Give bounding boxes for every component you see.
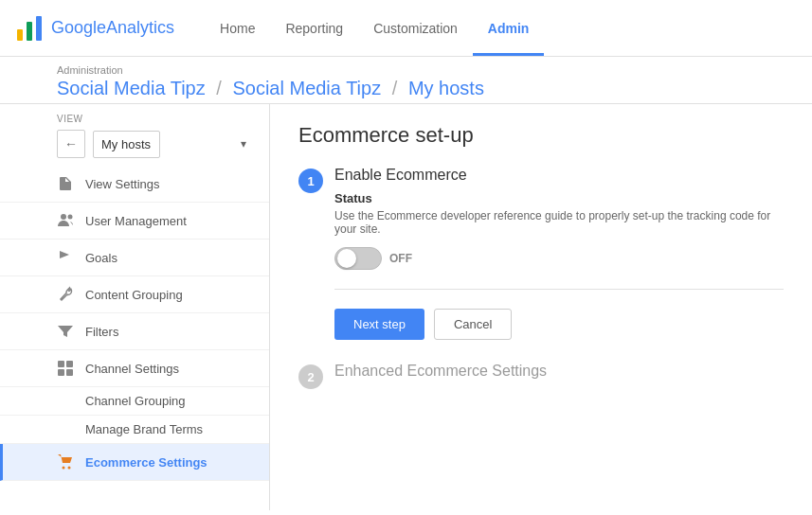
sidebar-label-ecommerce-settings: Ecommerce Settings <box>85 455 208 470</box>
toggle-container: OFF <box>334 247 784 270</box>
view-select-wrapper: ← My hosts <box>0 130 269 166</box>
sidebar-label-channel-settings: Channel Settings <box>85 362 179 376</box>
next-step-button[interactable]: Next step <box>334 309 424 340</box>
logo-area: GoogleAnalytics <box>15 14 174 43</box>
page-title: Ecommerce set-up <box>298 123 784 148</box>
sidebar-item-user-management[interactable]: User Management <box>0 203 269 240</box>
back-button[interactable]: ← <box>57 130 85 158</box>
view-select[interactable]: My hosts <box>93 131 160 158</box>
sidebar-label-filters: Filters <box>85 325 118 339</box>
svg-rect-8 <box>66 369 73 376</box>
cancel-button[interactable]: Cancel <box>434 309 512 340</box>
header: GoogleAnalytics Home Reporting Customiza… <box>0 0 812 57</box>
breadcrumb-area: Administration Social Media Tipz / Socia… <box>0 57 812 104</box>
nav-home[interactable]: Home <box>205 0 270 56</box>
wrench-icon <box>57 286 74 303</box>
sidebar-item-content-grouping[interactable]: Content Grouping <box>0 276 269 313</box>
sidebar-item-view-settings[interactable]: View Settings <box>0 166 269 203</box>
cart-icon <box>57 453 74 471</box>
svg-rect-1 <box>27 22 32 41</box>
breadcrumb-separator-2: / <box>392 78 398 98</box>
view-label: VIEW <box>0 104 269 130</box>
sidebar-item-ecommerce-settings[interactable]: Ecommerce Settings <box>0 444 269 481</box>
sidebar-subitem-manage-brand-terms[interactable]: Manage Brand Terms <box>0 416 269 444</box>
sidebar-item-goals[interactable]: Goals <box>0 240 269 276</box>
breadcrumb-link-2[interactable]: Social Media Tipz <box>232 78 381 98</box>
breadcrumb-top-label: Administration <box>57 64 755 76</box>
breadcrumb-current: My hosts <box>408 78 484 98</box>
svg-point-3 <box>61 214 66 220</box>
sidebar-label-user-management: User Management <box>85 214 187 228</box>
step-divider <box>334 289 784 290</box>
flag-icon <box>57 249 74 266</box>
step-1-number: 1 <box>298 169 323 193</box>
step-1-description: Use the Ecommerce developer reference gu… <box>334 209 784 236</box>
sidebar: VIEW ← My hosts View Settings User M <box>0 104 270 510</box>
sidebar-subitem-channel-grouping[interactable]: Channel Grouping <box>0 387 269 416</box>
sidebar-label-content-grouping: Content Grouping <box>85 288 183 302</box>
toggle-label: OFF <box>389 252 412 265</box>
ecommerce-toggle[interactable] <box>334 247 382 270</box>
step-2-title: Enhanced Ecommerce Settings <box>334 363 784 380</box>
step-1-content: Enable Ecommerce Status Use the Ecommerc… <box>334 167 784 340</box>
main-nav: Home Reporting Customization Admin <box>205 0 797 56</box>
view-select-container: My hosts <box>93 131 254 158</box>
main-layout: VIEW ← My hosts View Settings User M <box>0 104 812 510</box>
nav-reporting[interactable]: Reporting <box>270 0 358 56</box>
sidebar-label-view-settings: View Settings <box>85 177 160 191</box>
svg-point-9 <box>63 467 65 470</box>
sidebar-item-filters[interactable]: Filters <box>0 313 269 350</box>
step-1-title: Enable Ecommerce <box>334 167 784 184</box>
sidebar-item-channel-settings[interactable]: Channel Settings <box>0 350 269 387</box>
grid-icon <box>57 360 74 377</box>
step-2-content: Enhanced Ecommerce Settings <box>334 363 784 389</box>
status-label: Status <box>334 191 784 205</box>
breadcrumb-path: Social Media Tipz / Social Media Tipz / … <box>57 78 755 99</box>
svg-point-4 <box>68 215 73 220</box>
step-2-number: 2 <box>298 364 323 389</box>
svg-rect-2 <box>36 16 42 41</box>
nav-admin[interactable]: Admin <box>473 0 545 56</box>
svg-rect-5 <box>58 361 64 367</box>
google-analytics-logo <box>15 14 44 43</box>
breadcrumb-link-1[interactable]: Social Media Tipz <box>57 78 206 98</box>
users-icon <box>57 212 74 229</box>
step-2: 2 Enhanced Ecommerce Settings <box>298 363 784 389</box>
file-icon <box>57 175 74 192</box>
svg-rect-6 <box>66 361 73 367</box>
breadcrumb-separator-1: / <box>216 78 222 98</box>
content-area: Ecommerce set-up 1 Enable Ecommerce Stat… <box>270 104 812 510</box>
sidebar-label-goals: Goals <box>85 251 117 265</box>
step-1: 1 Enable Ecommerce Status Use the Ecomme… <box>298 167 784 340</box>
nav-customization[interactable]: Customization <box>358 0 473 56</box>
svg-point-10 <box>68 467 71 470</box>
toggle-thumb <box>337 249 356 268</box>
filter-icon <box>57 323 74 340</box>
btn-row: Next step Cancel <box>334 309 784 340</box>
logo-text: GoogleAnalytics <box>51 18 174 38</box>
svg-rect-7 <box>58 369 64 376</box>
svg-rect-0 <box>17 29 23 41</box>
